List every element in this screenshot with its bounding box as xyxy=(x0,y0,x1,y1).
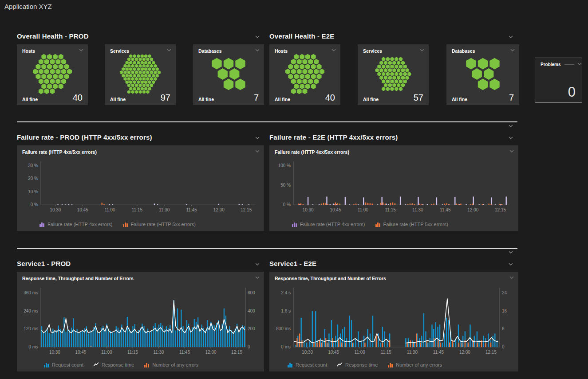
hexagon[interactable] xyxy=(138,70,142,74)
hexagon[interactable] xyxy=(218,68,228,80)
hexagon[interactable] xyxy=(305,54,310,60)
hexagon[interactable] xyxy=(50,69,55,74)
hexagon-cluster[interactable] xyxy=(269,51,340,97)
hexagon[interactable] xyxy=(138,58,142,61)
hexagon[interactable] xyxy=(478,79,488,90)
chevron-down-icon[interactable] xyxy=(508,136,513,140)
hexagon[interactable] xyxy=(397,83,400,87)
hexagon[interactable] xyxy=(288,64,293,70)
hexagon[interactable] xyxy=(133,74,136,78)
hexagon[interactable] xyxy=(399,57,403,62)
hexagon[interactable] xyxy=(399,72,403,76)
hexagon[interactable] xyxy=(146,84,149,87)
hexagon[interactable] xyxy=(489,79,499,90)
hexagon[interactable] xyxy=(399,64,403,69)
hexagon[interactable] xyxy=(382,79,385,84)
hexagon[interactable] xyxy=(294,83,299,89)
service-e2e-chart[interactable]: 2.4 s1.6 s800 ms0 ms24168010:3010:4511:0… xyxy=(273,284,515,357)
hexagon[interactable] xyxy=(154,77,157,81)
hexagon[interactable] xyxy=(377,64,381,69)
hexagon[interactable] xyxy=(55,59,60,65)
hexagon[interactable] xyxy=(314,69,319,74)
hexagon[interactable] xyxy=(53,74,58,79)
hexagon[interactable] xyxy=(142,84,146,87)
hexagon[interactable] xyxy=(127,77,130,81)
legend-item[interactable]: Number of any errors xyxy=(144,362,198,367)
hexagon[interactable] xyxy=(133,87,136,90)
hexagon[interactable] xyxy=(303,78,308,84)
hexagon[interactable] xyxy=(129,61,132,64)
hexagon[interactable] xyxy=(311,64,316,70)
hexagon[interactable] xyxy=(53,83,58,89)
service-tile-prod[interactable]: Response time, Throughput and Number of … xyxy=(17,272,264,371)
hexagon[interactable] xyxy=(138,64,142,67)
chevron-down-icon[interactable] xyxy=(508,250,513,254)
hexagon[interactable] xyxy=(384,83,387,87)
hexagon[interactable] xyxy=(144,67,147,71)
hexagon[interactable] xyxy=(399,87,403,91)
health-tile-hosts-prod[interactable]: Hosts All fine 40 xyxy=(17,44,88,105)
hexagon[interactable] xyxy=(144,61,147,64)
hexagon[interactable] xyxy=(403,72,407,76)
hexagon[interactable] xyxy=(137,80,140,84)
hexagon[interactable] xyxy=(39,69,43,74)
hexagon[interactable] xyxy=(129,80,132,84)
hexagon[interactable] xyxy=(390,57,394,62)
hexagon[interactable] xyxy=(39,59,43,65)
hexagon[interactable] xyxy=(41,64,46,70)
hexagon[interactable] xyxy=(311,54,316,60)
chevron-down-icon[interactable] xyxy=(508,124,513,128)
hexagon[interactable] xyxy=(131,77,134,81)
hexagon[interactable] xyxy=(64,64,69,70)
hexagon[interactable] xyxy=(297,59,302,65)
hexagon[interactable] xyxy=(405,68,409,73)
hexagon[interactable] xyxy=(224,79,233,90)
hexagon[interactable] xyxy=(67,69,72,74)
hexagon[interactable] xyxy=(126,74,129,78)
hexagon[interactable] xyxy=(141,74,144,78)
hexagon[interactable] xyxy=(297,78,302,84)
hexagon[interactable] xyxy=(405,76,409,80)
hexagon[interactable] xyxy=(212,58,221,70)
hexagon[interactable] xyxy=(297,69,302,74)
hexagon[interactable] xyxy=(44,78,49,84)
hexagon[interactable] xyxy=(47,54,52,60)
hexagon[interactable] xyxy=(137,61,140,64)
hexagon[interactable] xyxy=(129,87,132,90)
hexagon[interactable] xyxy=(285,69,290,74)
hexagon[interactable] xyxy=(384,61,387,65)
hexagon[interactable] xyxy=(127,58,130,61)
hexagon[interactable] xyxy=(123,77,126,81)
hexagon[interactable] xyxy=(384,76,387,80)
health-tile-hosts-e2e[interactable]: Hosts All fine 40 xyxy=(269,44,340,105)
hexagon[interactable] xyxy=(123,70,126,74)
hexagon[interactable] xyxy=(135,77,138,81)
hexagon[interactable] xyxy=(294,64,299,70)
hexagon[interactable] xyxy=(36,64,40,70)
hexagon-cluster[interactable] xyxy=(193,51,264,97)
hexagon[interactable] xyxy=(131,70,134,74)
hexagon[interactable] xyxy=(120,70,123,74)
hexagon[interactable] xyxy=(388,76,392,80)
hexagon[interactable] xyxy=(133,67,136,71)
hexagon[interactable] xyxy=(47,64,52,70)
hexagon[interactable] xyxy=(384,68,387,73)
hexagon[interactable] xyxy=(152,74,155,78)
hexagon[interactable] xyxy=(33,69,38,74)
service-prod-chart[interactable]: 360 ms240 ms120 ms0 ms600400200010:3010:… xyxy=(20,284,260,357)
hexagon[interactable] xyxy=(291,78,296,84)
chevron-down-icon[interactable] xyxy=(577,62,582,66)
hexagon[interactable] xyxy=(303,59,308,65)
hexagon[interactable] xyxy=(141,67,144,71)
hexagon[interactable] xyxy=(131,58,134,61)
chevron-down-icon[interactable] xyxy=(509,276,514,279)
hexagon[interactable] xyxy=(61,78,66,84)
hexagon[interactable] xyxy=(386,79,390,84)
hexagon[interactable] xyxy=(156,67,159,71)
hexagon[interactable] xyxy=(291,69,296,74)
legend-item[interactable]: Response time xyxy=(337,362,378,367)
hexagon[interactable] xyxy=(142,70,146,74)
hexagon[interactable] xyxy=(59,64,63,70)
hexagon[interactable] xyxy=(144,54,147,58)
hexagon[interactable] xyxy=(138,77,142,81)
